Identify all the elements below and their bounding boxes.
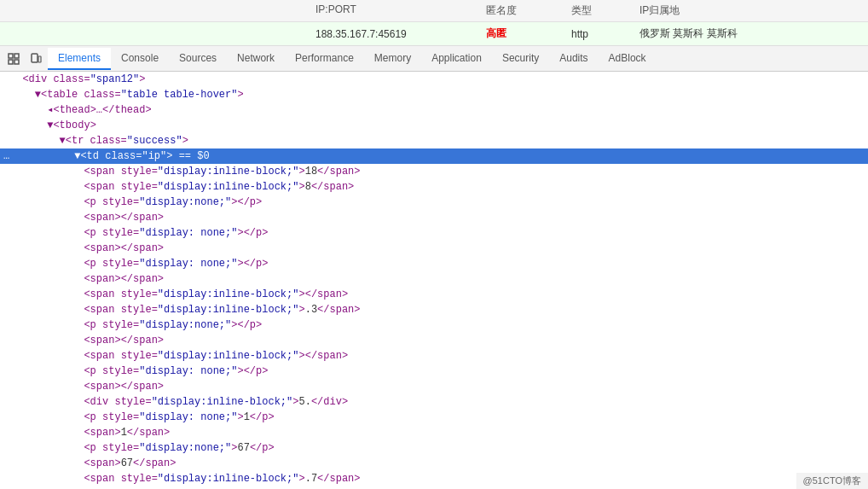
code-line[interactable]: <span></span> xyxy=(0,210,868,225)
code-content: <span style="display:inline-block;">8</s… xyxy=(10,179,354,195)
row-anon: 高匿 xyxy=(486,26,571,41)
proxy-table: IP:PORT 匿名度 类型 IP归属地 188.35.167.7:45619 … xyxy=(0,0,868,46)
code-line[interactable]: <span></span> xyxy=(0,241,868,256)
code-line[interactable]: <span></span> xyxy=(0,271,868,287)
code-line[interactable]: <div class="span12"> xyxy=(0,72,868,87)
code-content: <span></span> xyxy=(10,379,164,394)
code-content: <span></span> xyxy=(10,210,164,225)
code-line[interactable]: <span></span> xyxy=(0,333,868,348)
code-line[interactable]: <span>1</span> xyxy=(0,425,868,440)
code-line[interactable]: <p style="display: none;">1</p> xyxy=(0,410,868,425)
tab-audits[interactable]: Audits xyxy=(549,48,598,70)
code-line[interactable]: … ▼<td class="ip"> == $0 xyxy=(0,148,868,164)
header-anon: 匿名度 xyxy=(486,3,571,18)
header-ip: IP:PORT xyxy=(315,3,486,18)
code-line[interactable]: ▼<tr class="success"> xyxy=(0,133,868,148)
svg-rect-3 xyxy=(14,60,19,64)
row-ip: 188.35.167.7:45619 xyxy=(315,28,486,40)
code-line[interactable]: <span style="display:inline-block;"></sp… xyxy=(0,348,868,364)
tab-security[interactable]: Security xyxy=(492,48,549,70)
code-content: <p style="display: none;"></p> xyxy=(10,225,268,241)
tab-elements[interactable]: Elements xyxy=(48,48,111,70)
code-line[interactable]: <span style="display:inline-block;">18</… xyxy=(0,164,868,179)
tab-network[interactable]: Network xyxy=(227,48,285,70)
code-content: ▼<tr class="success"> xyxy=(10,133,188,148)
code-line[interactable]: <span style="display:inline-block;"></sp… xyxy=(0,287,868,302)
code-line[interactable]: <p style="display: none;"></p> xyxy=(0,256,868,271)
code-content: <span style="display:inline-block;">18</… xyxy=(10,164,361,179)
code-content: <div style="display:inline-block;">5.</d… xyxy=(10,394,348,410)
svg-rect-4 xyxy=(32,54,38,62)
code-content: <span></span> xyxy=(10,333,164,348)
code-content: <span style="display:inline-block;"></sp… xyxy=(10,287,348,302)
tab-performance[interactable]: Performance xyxy=(285,48,364,70)
row-type: http xyxy=(571,28,639,40)
tab-memory[interactable]: Memory xyxy=(364,48,421,70)
svg-rect-5 xyxy=(38,56,41,62)
inspect-element-icon[interactable] xyxy=(3,49,24,69)
line-gutter: … xyxy=(0,148,13,164)
tab-console[interactable]: Console xyxy=(111,48,169,70)
device-toolbar-icon[interactable] xyxy=(26,49,46,69)
code-content: ▼<td class="ip"> == $0 xyxy=(13,148,209,164)
code-line[interactable]: <span style="display:inline-block;">8</s… xyxy=(0,179,868,195)
code-line[interactable]: <p style="display: none;"></p> xyxy=(0,225,868,241)
header-loc: IP归属地 xyxy=(639,3,810,18)
code-content: <span>1</span> xyxy=(10,425,170,440)
code-content: <p style="display:none;">67</p> xyxy=(10,440,275,456)
code-line[interactable]: <p style="display: none;"></p> xyxy=(0,364,868,379)
code-content: <p style="display: none;"></p> xyxy=(10,256,268,271)
code-content: ▼<table class="table table-hover"> xyxy=(10,87,244,102)
code-content: ◂<thead>…</thead> xyxy=(10,102,152,118)
code-content: <span style="display:inline-block;">.7</… xyxy=(10,471,361,486)
row-loc: 俄罗斯 莫斯科 莫斯科 xyxy=(639,26,810,41)
devtools-tabbar: Elements Console Sources Network Perform… xyxy=(0,46,868,72)
status-bar: @51CTO博客 xyxy=(796,473,868,489)
code-line[interactable]: <span></span> xyxy=(0,379,868,394)
code-content: <div class="span12"> xyxy=(10,72,145,87)
code-content: <span>67</span> xyxy=(10,456,176,471)
code-line[interactable]: ▼<tbody> xyxy=(0,118,868,133)
tab-adblock[interactable]: AdBlock xyxy=(599,48,657,70)
code-line[interactable]: <div style="display:inline-block;">5.</d… xyxy=(0,394,868,410)
code-content: <span></span> xyxy=(10,241,164,256)
code-line[interactable]: <p style="display:none;"></p> xyxy=(0,195,868,210)
code-content: <p style="display:none;"></p> xyxy=(10,317,262,333)
code-line[interactable]: ◂<thead>…</thead> xyxy=(0,102,868,118)
code-line[interactable]: <p style="display:none;"></p> xyxy=(0,317,868,333)
code-line[interactable]: ▼<table class="table table-hover"> xyxy=(0,87,868,102)
code-content: <span style="display:inline-block;">.3</… xyxy=(10,302,361,317)
svg-rect-2 xyxy=(9,60,13,64)
table-header-row: IP:PORT 匿名度 类型 IP归属地 xyxy=(0,0,868,22)
code-line[interactable]: <span style="display:inline-block;">.3</… xyxy=(0,302,868,317)
code-line[interactable]: <p style="display:none;">67</p> xyxy=(0,440,868,456)
code-panel[interactable]: <div class="span12"> ▼<table class="tabl… xyxy=(0,72,868,486)
code-content: <p style="display: none;"></p> xyxy=(10,364,268,379)
header-type: 类型 xyxy=(571,3,639,18)
code-line[interactable]: <span>67</span> xyxy=(0,456,868,471)
code-content: ▼<tbody> xyxy=(10,118,96,133)
tab-application[interactable]: Application xyxy=(421,48,492,70)
code-content: <p style="display:none;"></p> xyxy=(10,195,262,210)
code-content: <p style="display: none;">1</p> xyxy=(10,410,275,425)
svg-rect-0 xyxy=(9,54,13,58)
code-content: <span></span> xyxy=(10,271,164,287)
table-data-row: 188.35.167.7:45619 高匿 http 俄罗斯 莫斯科 莫斯科 xyxy=(0,22,868,45)
code-line[interactable]: <span style="display:inline-block;">.7</… xyxy=(0,471,868,486)
code-content: <span style="display:inline-block;"></sp… xyxy=(10,348,348,364)
svg-rect-1 xyxy=(14,54,19,58)
tab-sources[interactable]: Sources xyxy=(169,48,227,70)
